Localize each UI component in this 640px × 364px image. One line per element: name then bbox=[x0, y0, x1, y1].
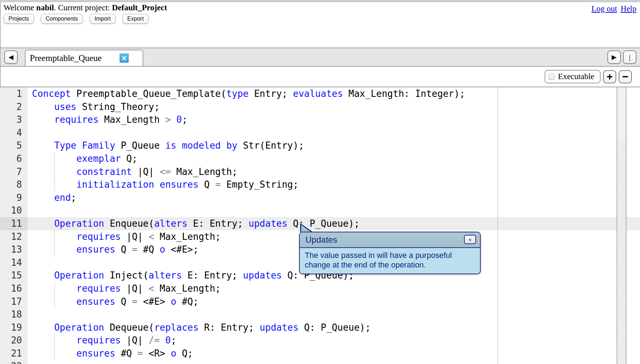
line-number: 7 bbox=[0, 165, 28, 178]
code-text[interactable]: constraint |Q| <= Max_Length; bbox=[28, 165, 640, 178]
header-spacer bbox=[0, 25, 640, 48]
vertical-scrollbar[interactable] bbox=[617, 87, 627, 364]
line-number: 17 bbox=[0, 295, 28, 308]
code-text[interactable] bbox=[28, 204, 640, 217]
code-text[interactable]: ensures Q = <#E> o #Q; bbox=[28, 295, 640, 308]
code-line-4: 4 bbox=[0, 126, 640, 139]
code-text[interactable]: ensures #Q = <R> o Q; bbox=[28, 347, 640, 360]
project-label: . Current project: bbox=[54, 3, 112, 12]
tab-title: Preemptable_Queue bbox=[30, 53, 119, 63]
code-line-8: 8 initialization ensures Q = Empty_Strin… bbox=[0, 178, 640, 191]
code-rows: 1Concept Preemptable_Queue_Template(type… bbox=[0, 87, 640, 364]
tooltip-header: Updates × bbox=[300, 232, 480, 248]
line-number: 16 bbox=[0, 282, 28, 295]
indent-guide bbox=[54, 230, 55, 243]
ide-window: Welcome nabil. Current project: Default_… bbox=[0, 0, 640, 364]
indent-guide bbox=[54, 334, 55, 347]
username: nabil bbox=[36, 3, 54, 12]
right-arrow-icon: ▶ bbox=[612, 53, 617, 61]
tooltip-tail bbox=[301, 225, 311, 232]
code-line-18: 18 bbox=[0, 308, 640, 321]
code-text[interactable]: requires |Q| < Max_Length; bbox=[28, 282, 640, 295]
code-text[interactable] bbox=[28, 126, 640, 139]
code-line-9: 9 end; bbox=[0, 191, 640, 204]
import-button[interactable]: Import bbox=[90, 14, 116, 24]
line-number: 9 bbox=[0, 191, 28, 204]
code-text[interactable]: uses String_Theory; bbox=[28, 100, 640, 114]
code-text[interactable] bbox=[28, 360, 640, 364]
projects-button[interactable]: Projects bbox=[4, 14, 34, 24]
code-text[interactable]: Operation Dequeue(replaces R: Entry; upd… bbox=[28, 321, 640, 334]
line-number: 14 bbox=[0, 256, 28, 269]
indent-guide bbox=[54, 347, 55, 360]
line-number: 12 bbox=[0, 230, 28, 243]
executable-checkbox[interactable] bbox=[548, 73, 555, 80]
tooltip-close-button[interactable]: × bbox=[464, 235, 476, 244]
code-text[interactable]: exemplar Q; bbox=[28, 152, 640, 165]
code-line-10: 10 bbox=[0, 204, 640, 217]
tab-preemptable-queue[interactable]: Preemptable_Queue ✕ bbox=[25, 50, 143, 66]
line-number: 2 bbox=[0, 100, 28, 114]
tab-divider-button[interactable]: | bbox=[623, 50, 636, 64]
scrollbar-thumb[interactable] bbox=[617, 140, 626, 364]
welcome-prefix: Welcome bbox=[4, 3, 36, 12]
executable-toggle[interactable]: Executable bbox=[545, 70, 601, 83]
code-line-2: 2 uses String_Theory; bbox=[0, 100, 640, 114]
code-line-19: 19 Operation Dequeue(replaces R: Entry; … bbox=[0, 321, 640, 334]
code-line-21: 21 ensures #Q = <R> o Q; bbox=[0, 347, 640, 360]
code-text[interactable]: initialization ensures Q = Empty_String; bbox=[28, 178, 640, 191]
code-line-17: 17 ensures Q = <#E> o #Q; bbox=[0, 295, 640, 308]
line-number: 1 bbox=[0, 87, 28, 100]
left-arrow-icon: ◀ bbox=[9, 53, 13, 61]
line-number: 22 bbox=[0, 360, 28, 364]
code-text[interactable]: end; bbox=[28, 191, 640, 204]
components-button[interactable]: Components bbox=[41, 14, 83, 24]
top-links: Log outHelp bbox=[588, 4, 636, 13]
tab-close-icon[interactable]: ✕ bbox=[119, 53, 129, 63]
code-text[interactable]: Operation Enqueue(alters E: Entry; updat… bbox=[28, 217, 640, 230]
nav-button-row: Projects Components Import Export bbox=[4, 14, 640, 24]
line-number: 8 bbox=[0, 178, 28, 191]
line-number: 21 bbox=[0, 347, 28, 360]
line-number: 11 bbox=[0, 217, 28, 230]
font-decrease-button[interactable]: − bbox=[619, 70, 632, 83]
code-line-16: 16 requires |Q| < Max_Length; bbox=[0, 282, 640, 295]
code-line-7: 7 constraint |Q| <= Max_Length; bbox=[0, 165, 640, 178]
code-line-5: 5 Type Family P_Queue is modeled by Str(… bbox=[0, 139, 640, 152]
indent-guide bbox=[54, 165, 55, 178]
logout-link[interactable]: Log out bbox=[591, 4, 617, 13]
line-number: 19 bbox=[0, 321, 28, 334]
tab-bar: ◀ Preemptable_Queue ✕ ▶ | bbox=[0, 48, 640, 67]
project-name: Default_Project bbox=[112, 3, 167, 12]
line-number: 13 bbox=[0, 243, 28, 256]
code-line-3: 3 requires Max_Length > 0; bbox=[0, 113, 640, 126]
line-number: 10 bbox=[0, 204, 28, 217]
print-margin-line bbox=[497, 87, 498, 364]
code-text[interactable]: requires |Q| /= 0; bbox=[28, 334, 640, 347]
line-number: 20 bbox=[0, 334, 28, 347]
welcome-message: Welcome nabil. Current project: Default_… bbox=[4, 3, 640, 12]
indent-guide bbox=[54, 178, 55, 191]
scroll-tabs-left-button[interactable]: ◀ bbox=[4, 50, 18, 64]
code-line-6: 6 exemplar Q; bbox=[0, 152, 640, 165]
code-text[interactable]: Type Family P_Queue is modeled by Str(En… bbox=[28, 139, 640, 152]
tooltip-body-text: The value passed in will have a purposef… bbox=[300, 248, 480, 274]
code-line-11: 11 Operation Enqueue(alters E: Entry; up… bbox=[0, 217, 640, 230]
help-link[interactable]: Help bbox=[620, 4, 636, 13]
updates-tooltip: Updates × The value passed in will have … bbox=[299, 232, 481, 274]
header: Welcome nabil. Current project: Default_… bbox=[0, 2, 640, 25]
indent-guide bbox=[54, 243, 55, 256]
line-number: 6 bbox=[0, 152, 28, 165]
code-text[interactable] bbox=[28, 308, 640, 321]
export-button[interactable]: Export bbox=[122, 14, 149, 24]
tooltip-title: Updates bbox=[305, 235, 337, 245]
line-number: 4 bbox=[0, 126, 28, 139]
code-text[interactable]: Concept Preemptable_Queue_Template(type … bbox=[28, 87, 640, 100]
code-text[interactable]: requires Max_Length > 0; bbox=[28, 113, 640, 126]
line-number: 18 bbox=[0, 308, 28, 321]
line-number: 5 bbox=[0, 139, 28, 152]
code-line-20: 20 requires |Q| /= 0; bbox=[0, 334, 640, 347]
executable-label: Executable bbox=[558, 72, 594, 81]
scroll-tabs-right-button[interactable]: ▶ bbox=[607, 50, 621, 64]
font-increase-button[interactable]: + bbox=[603, 70, 616, 83]
